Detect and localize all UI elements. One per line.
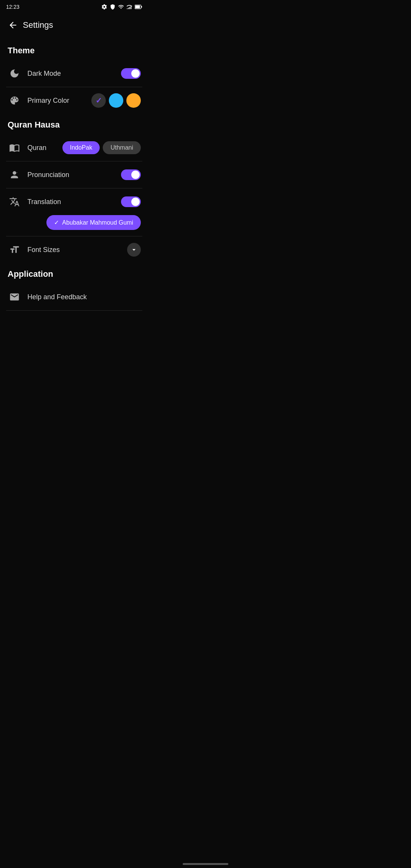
status-icons	[101, 4, 142, 10]
settings-status-icon	[101, 4, 107, 10]
translation-selector-label: Abubakar Mahmoud Gumi	[62, 219, 133, 226]
color-blue[interactable]	[109, 93, 123, 108]
quran-label: Quran	[27, 144, 62, 152]
translation-selector-button[interactable]: ✓ Abubakar Mahmoud Gumi	[46, 215, 141, 230]
translation-icon	[8, 195, 21, 209]
svg-rect-6	[141, 6, 142, 8]
dark-mode-label: Dark Mode	[27, 70, 121, 78]
pronunciation-toggle[interactable]	[121, 169, 141, 180]
translation-toggle-knob	[131, 198, 140, 206]
font-sizes-label: Font Sizes	[27, 246, 127, 254]
translation-item[interactable]: Translation	[0, 188, 148, 215]
back-icon	[8, 20, 18, 30]
translation-check-icon: ✓	[54, 219, 59, 226]
svg-rect-5	[135, 5, 140, 8]
font-icon	[9, 244, 20, 255]
battery-icon	[135, 4, 142, 10]
primary-color-label: Primary Color	[27, 97, 91, 105]
theme-section-header: Theme	[0, 40, 148, 60]
moon-icon	[9, 68, 20, 79]
translation-selector: ✓ Abubakar Mahmoud Gumi	[0, 215, 148, 236]
help-feedback-item[interactable]: Help and Feedback	[0, 284, 148, 310]
color-orange[interactable]	[126, 93, 141, 108]
color-selected-check[interactable]: ✓	[91, 93, 106, 108]
quran-item[interactable]: Quran IndoPak Uthmani	[0, 134, 148, 161]
primary-color-icon	[8, 94, 21, 107]
font-sizes-item[interactable]: Font Sizes	[0, 236, 148, 263]
dark-mode-toggle[interactable]	[121, 68, 141, 79]
dnd-status-icon	[110, 4, 116, 10]
quran-hausa-section: Quran Hausa Quran IndoPak Uthmani Pronun…	[0, 114, 148, 263]
dark-mode-item[interactable]: Dark Mode	[0, 60, 148, 87]
palette-icon	[9, 95, 20, 106]
chevron-down-icon	[130, 246, 138, 254]
check-mark-icon: ✓	[96, 96, 102, 105]
quran-icon	[8, 141, 21, 155]
svg-rect-1	[128, 8, 129, 9]
theme-section: Theme Dark Mode Primary Color ✓	[0, 40, 148, 114]
translation-toggle[interactable]	[121, 196, 141, 207]
translate-icon	[9, 196, 20, 207]
dark-mode-icon	[8, 67, 21, 80]
status-time: 12:23	[6, 4, 19, 10]
mail-icon	[9, 292, 20, 302]
pronunciation-item[interactable]: Pronunciation	[0, 161, 148, 188]
signal-icon	[126, 4, 132, 10]
status-bar: 12:23	[0, 0, 148, 14]
help-feedback-icon	[8, 290, 21, 304]
font-sizes-dropdown[interactable]	[127, 243, 141, 257]
pronunciation-label: Pronunciation	[27, 171, 121, 179]
wifi-icon	[118, 4, 124, 10]
header: Settings	[0, 14, 148, 37]
book-icon	[9, 142, 20, 153]
application-section-header: Application	[0, 263, 148, 284]
page-title: Settings	[23, 20, 53, 30]
person-voice-icon	[9, 169, 20, 180]
pronunciation-toggle-knob	[131, 171, 140, 179]
help-feedback-label: Help and Feedback	[27, 293, 141, 301]
back-button[interactable]	[6, 18, 20, 32]
svg-rect-2	[129, 7, 130, 9]
font-sizes-icon	[8, 243, 21, 257]
quran-hausa-section-header: Quran Hausa	[0, 114, 148, 134]
quran-buttons: IndoPak Uthmani	[62, 141, 141, 154]
indopak-button[interactable]: IndoPak	[62, 141, 100, 154]
svg-rect-0	[127, 8, 127, 9]
dark-mode-toggle-knob	[131, 69, 140, 78]
pronunciation-icon	[8, 168, 21, 182]
uthmani-button[interactable]: Uthmani	[103, 141, 141, 154]
application-section: Application Help and Feedback	[0, 263, 148, 311]
primary-color-item[interactable]: Primary Color ✓	[0, 87, 148, 114]
divider-5	[6, 310, 142, 311]
translation-label: Translation	[27, 198, 121, 206]
svg-rect-3	[131, 6, 131, 9]
color-options: ✓	[91, 93, 141, 108]
